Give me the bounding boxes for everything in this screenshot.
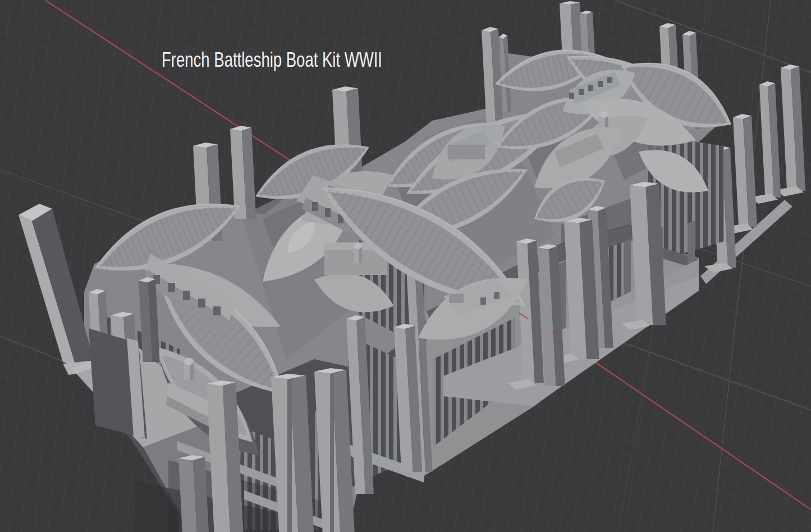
- svg-text:French Battleship Boat Kit WWI: French Battleship Boat Kit WWII: [162, 48, 382, 71]
